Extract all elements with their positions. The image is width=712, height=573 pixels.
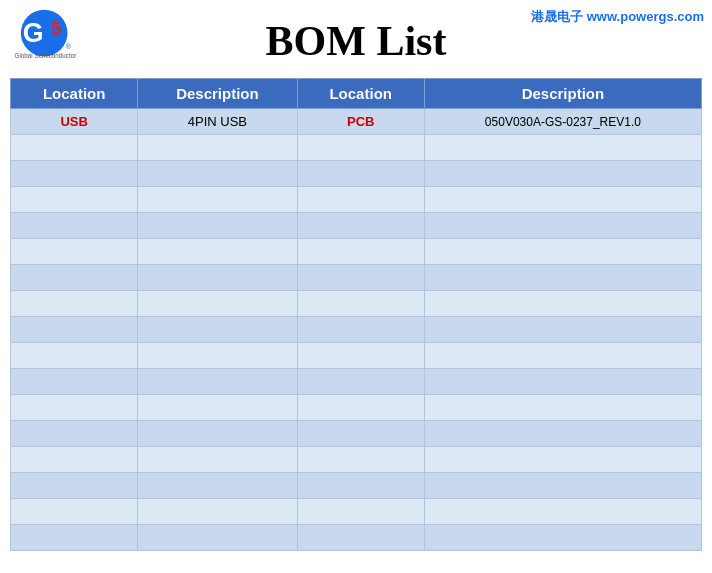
table-row bbox=[11, 213, 702, 239]
cell-description1 bbox=[138, 499, 297, 525]
cell-description1 bbox=[138, 161, 297, 187]
table-row bbox=[11, 161, 702, 187]
table-row bbox=[11, 239, 702, 265]
table-row bbox=[11, 499, 702, 525]
table-row bbox=[11, 343, 702, 369]
cell-location2 bbox=[297, 291, 424, 317]
cell-description2 bbox=[424, 239, 701, 265]
cell-location2 bbox=[297, 265, 424, 291]
cell-description1 bbox=[138, 447, 297, 473]
table-row bbox=[11, 291, 702, 317]
cell-location1 bbox=[11, 187, 138, 213]
cell-description2 bbox=[424, 447, 701, 473]
cell-description1 bbox=[138, 421, 297, 447]
cell-location2 bbox=[297, 447, 424, 473]
col-header-description2: Description bbox=[424, 79, 701, 109]
cell-location2 bbox=[297, 343, 424, 369]
col-header-location2: Location bbox=[297, 79, 424, 109]
cell-location2 bbox=[297, 473, 424, 499]
table-row bbox=[11, 265, 702, 291]
cell-location2 bbox=[297, 135, 424, 161]
cell-description2 bbox=[424, 343, 701, 369]
table-row bbox=[11, 317, 702, 343]
cell-location1 bbox=[11, 213, 138, 239]
cell-location1 bbox=[11, 161, 138, 187]
cell-description1 bbox=[138, 213, 297, 239]
table-row bbox=[11, 187, 702, 213]
cell-location2 bbox=[297, 187, 424, 213]
cell-description1 bbox=[138, 525, 297, 551]
cell-description2 bbox=[424, 499, 701, 525]
cell-location1 bbox=[11, 421, 138, 447]
cell-location2 bbox=[297, 395, 424, 421]
page-header: G 5 ® Global Semiconductor BOM List 港晟电子… bbox=[0, 0, 712, 78]
cell-location1 bbox=[11, 447, 138, 473]
cell-description1 bbox=[138, 343, 297, 369]
table-row bbox=[11, 473, 702, 499]
cell-description1: 4PIN USB bbox=[138, 109, 297, 135]
page-title: BOM List bbox=[266, 17, 447, 65]
table-row bbox=[11, 369, 702, 395]
cell-description2 bbox=[424, 395, 701, 421]
table-row bbox=[11, 525, 702, 551]
table-row bbox=[11, 447, 702, 473]
cell-location2 bbox=[297, 421, 424, 447]
cell-description2: 050V030A-GS-0237_REV1.0 bbox=[424, 109, 701, 135]
svg-text:Global Semiconductor: Global Semiconductor bbox=[15, 52, 77, 59]
cell-location2 bbox=[297, 317, 424, 343]
cell-location2 bbox=[297, 213, 424, 239]
cell-location2 bbox=[297, 239, 424, 265]
col-header-location1: Location bbox=[11, 79, 138, 109]
cell-description1 bbox=[138, 187, 297, 213]
cell-location1 bbox=[11, 395, 138, 421]
col-header-description1: Description bbox=[138, 79, 297, 109]
cell-description2 bbox=[424, 525, 701, 551]
cell-description1 bbox=[138, 317, 297, 343]
logo: G 5 ® Global Semiconductor bbox=[10, 8, 82, 60]
cell-location1 bbox=[11, 317, 138, 343]
cell-description2 bbox=[424, 317, 701, 343]
bom-table-wrapper: Location Description Location Descriptio… bbox=[0, 78, 712, 561]
cell-description1 bbox=[138, 239, 297, 265]
cell-location1 bbox=[11, 473, 138, 499]
cell-location2 bbox=[297, 525, 424, 551]
cell-description2 bbox=[424, 161, 701, 187]
cell-description1 bbox=[138, 473, 297, 499]
cell-description2 bbox=[424, 187, 701, 213]
cell-description2 bbox=[424, 369, 701, 395]
table-row bbox=[11, 395, 702, 421]
cell-location2: PCB bbox=[297, 109, 424, 135]
table-row bbox=[11, 421, 702, 447]
cell-location1 bbox=[11, 499, 138, 525]
cell-description2 bbox=[424, 291, 701, 317]
cell-description2 bbox=[424, 213, 701, 239]
cell-description2 bbox=[424, 265, 701, 291]
cell-description2 bbox=[424, 473, 701, 499]
cell-location1 bbox=[11, 265, 138, 291]
svg-text:®: ® bbox=[66, 43, 72, 51]
cell-location2 bbox=[297, 161, 424, 187]
cell-description1 bbox=[138, 135, 297, 161]
svg-text:G: G bbox=[23, 18, 44, 48]
cell-location1 bbox=[11, 369, 138, 395]
cell-location1 bbox=[11, 525, 138, 551]
cell-location1 bbox=[11, 343, 138, 369]
cell-location1: USB bbox=[11, 109, 138, 135]
cell-description2 bbox=[424, 135, 701, 161]
bom-table: Location Description Location Descriptio… bbox=[10, 78, 702, 551]
table-row: USB4PIN USBPCB050V030A-GS-0237_REV1.0 bbox=[11, 109, 702, 135]
table-row bbox=[11, 135, 702, 161]
cell-description1 bbox=[138, 395, 297, 421]
cell-location2 bbox=[297, 369, 424, 395]
cell-location1 bbox=[11, 135, 138, 161]
cell-description1 bbox=[138, 291, 297, 317]
cell-location1 bbox=[11, 239, 138, 265]
cell-description1 bbox=[138, 369, 297, 395]
cell-description2 bbox=[424, 421, 701, 447]
watermark: 港晟电子 www.powergs.com bbox=[531, 8, 704, 26]
svg-text:5: 5 bbox=[51, 19, 61, 39]
cell-description1 bbox=[138, 265, 297, 291]
cell-location2 bbox=[297, 499, 424, 525]
cell-location1 bbox=[11, 291, 138, 317]
